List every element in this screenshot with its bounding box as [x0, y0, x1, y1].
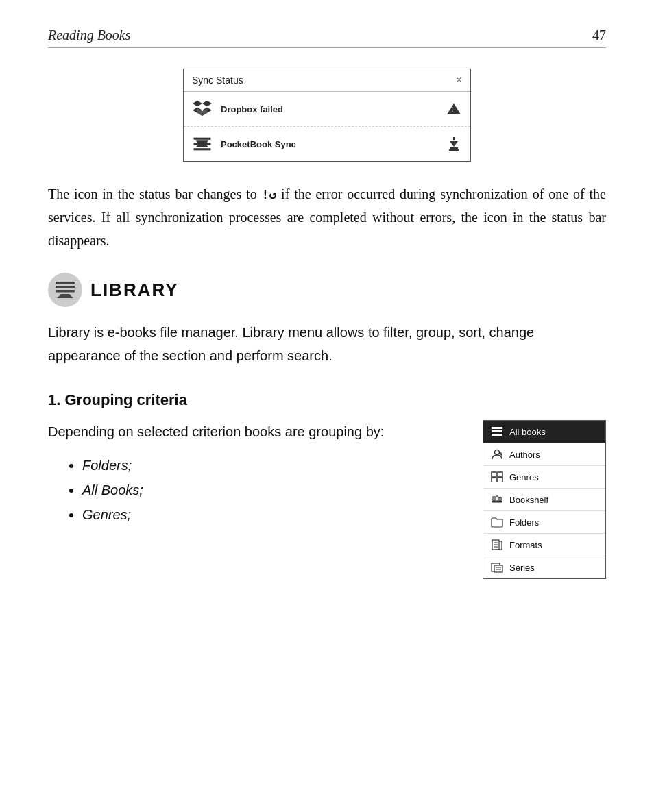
- svg-rect-25: [499, 497, 501, 501]
- bookshelf-icon: [490, 493, 504, 506]
- genres-label: Genres: [509, 472, 539, 482]
- grouping-heading: 1. Grouping criteria: [48, 391, 606, 409]
- dropbox-status-icon: [446, 101, 462, 117]
- page-header: Reading Books 47: [48, 27, 606, 48]
- dropbox-icon: [192, 99, 213, 119]
- sync-item-pocketbook: PocketBook Sync: [184, 127, 470, 161]
- series-icon: [490, 561, 504, 574]
- bullet-list: Folders; All Books; Genres;: [48, 453, 469, 527]
- page-title: Reading Books: [48, 27, 131, 43]
- allbooks-label: All books: [509, 427, 546, 437]
- svg-rect-16: [492, 434, 502, 436]
- svg-marker-13: [57, 294, 73, 298]
- menu-item-authors[interactable]: Authors: [483, 443, 605, 466]
- dropbox-label: Dropbox failed: [221, 104, 437, 114]
- sync-dialog-title: Sync Status: [192, 75, 243, 86]
- menu-item-formats[interactable]: Formats: [483, 534, 605, 556]
- library-heading: LIBRARY: [48, 273, 606, 307]
- sync-item-dropbox: Dropbox failed: [184, 92, 470, 127]
- svg-rect-14: [492, 427, 502, 429]
- svg-rect-21: [498, 478, 502, 482]
- bookshelf-label: Bookshelf: [509, 495, 548, 505]
- sync-dialog-header: Sync Status ×: [184, 69, 470, 92]
- sync-dialog: Sync Status × Dropbox failed: [183, 69, 471, 162]
- library-title: LIBRARY: [90, 280, 179, 301]
- grouping-text: Depending on selected criterion books ar…: [48, 420, 469, 527]
- page: Reading Books 47 Sync Status ×: [0, 0, 654, 606]
- sync-close-button[interactable]: ×: [456, 75, 462, 86]
- authors-icon: [490, 448, 504, 460]
- svg-rect-18: [492, 472, 496, 477]
- svg-rect-15: [492, 430, 502, 432]
- svg-marker-1: [202, 101, 212, 106]
- grouping-row: Depending on selected criterion books ar…: [48, 420, 606, 579]
- library-description: Library is e-books file manager. Library…: [48, 321, 606, 367]
- svg-rect-19: [498, 472, 502, 477]
- list-item: All Books;: [82, 478, 469, 502]
- grouping-intro: Depending on selected criterion books ar…: [48, 420, 469, 443]
- menu-item-genres[interactable]: Genres: [483, 466, 605, 489]
- svg-point-17: [495, 450, 500, 455]
- svg-rect-23: [493, 497, 495, 501]
- folders-label: Folders: [509, 517, 539, 528]
- menu-item-bookshelf[interactable]: Bookshelf: [483, 489, 605, 511]
- menu-item-allbooks[interactable]: All books: [483, 421, 605, 443]
- svg-rect-31: [494, 565, 502, 572]
- page-number: 47: [592, 27, 606, 43]
- pocketbook-sync-icon: [192, 134, 213, 154]
- body-paragraph: The icon in the status bar changes to !↺…: [48, 182, 606, 252]
- pocketbook-label: PocketBook Sync: [221, 139, 437, 149]
- library-icon: [48, 273, 82, 307]
- books-icon: [490, 426, 504, 438]
- formats-icon: [490, 539, 504, 551]
- menu-panel: All books Authors: [483, 420, 606, 579]
- dialog-wrapper: Sync Status × Dropbox failed: [48, 69, 606, 162]
- series-label: Series: [509, 563, 535, 573]
- pocketbook-status-icon: [446, 136, 462, 152]
- grouping-section: 1. Grouping criteria Depending on select…: [48, 391, 606, 579]
- list-item: Genres;: [82, 502, 469, 527]
- folders-icon: [490, 516, 504, 528]
- svg-rect-20: [492, 478, 496, 482]
- authors-label: Authors: [509, 450, 540, 460]
- svg-rect-5: [194, 138, 211, 140]
- svg-marker-0: [193, 101, 202, 106]
- svg-marker-4: [197, 108, 207, 116]
- svg-rect-12: [56, 290, 75, 293]
- menu-item-series[interactable]: Series: [483, 556, 605, 578]
- genres-icon: [490, 471, 504, 483]
- svg-rect-9: [194, 148, 211, 150]
- svg-rect-11: [56, 286, 75, 288]
- menu-item-folders[interactable]: Folders: [483, 511, 605, 534]
- sync-error-icon: !↺: [262, 187, 277, 201]
- svg-rect-10: [56, 282, 75, 284]
- list-item: Folders;: [82, 453, 469, 478]
- formats-label: Formats: [509, 540, 542, 550]
- svg-rect-24: [496, 496, 498, 501]
